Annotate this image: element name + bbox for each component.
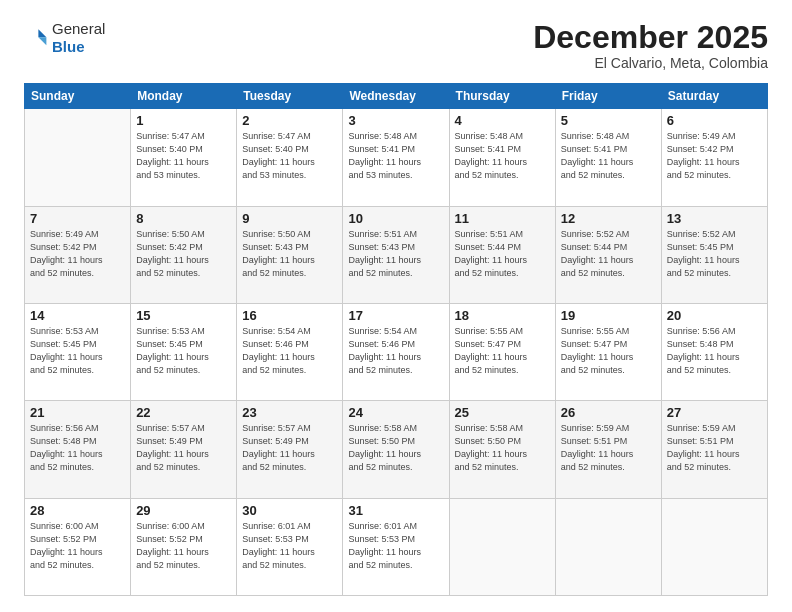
- day-info: Sunrise: 5:51 AMSunset: 5:44 PMDaylight:…: [455, 228, 550, 280]
- weekday-header-row: SundayMondayTuesdayWednesdayThursdayFrid…: [25, 84, 768, 109]
- calendar-cell: 14Sunrise: 5:53 AMSunset: 5:45 PMDayligh…: [25, 303, 131, 400]
- weekday-header-sunday: Sunday: [25, 84, 131, 109]
- calendar-cell: 5Sunrise: 5:48 AMSunset: 5:41 PMDaylight…: [555, 109, 661, 206]
- day-info: Sunrise: 5:54 AMSunset: 5:46 PMDaylight:…: [242, 325, 337, 377]
- calendar-cell: 31Sunrise: 6:01 AMSunset: 5:53 PMDayligh…: [343, 498, 449, 595]
- calendar-cell: 24Sunrise: 5:58 AMSunset: 5:50 PMDayligh…: [343, 401, 449, 498]
- day-info: Sunrise: 5:59 AMSunset: 5:51 PMDaylight:…: [667, 422, 762, 474]
- calendar-cell: 21Sunrise: 5:56 AMSunset: 5:48 PMDayligh…: [25, 401, 131, 498]
- day-info: Sunrise: 5:57 AMSunset: 5:49 PMDaylight:…: [136, 422, 231, 474]
- calendar-cell: 22Sunrise: 5:57 AMSunset: 5:49 PMDayligh…: [131, 401, 237, 498]
- day-number: 4: [455, 113, 550, 128]
- day-info: Sunrise: 5:59 AMSunset: 5:51 PMDaylight:…: [561, 422, 656, 474]
- day-number: 7: [30, 211, 125, 226]
- calendar-cell: 4Sunrise: 5:48 AMSunset: 5:41 PMDaylight…: [449, 109, 555, 206]
- calendar-cell: 15Sunrise: 5:53 AMSunset: 5:45 PMDayligh…: [131, 303, 237, 400]
- day-number: 28: [30, 503, 125, 518]
- calendar-cell: 6Sunrise: 5:49 AMSunset: 5:42 PMDaylight…: [661, 109, 767, 206]
- day-info: Sunrise: 5:52 AMSunset: 5:45 PMDaylight:…: [667, 228, 762, 280]
- calendar-cell: 18Sunrise: 5:55 AMSunset: 5:47 PMDayligh…: [449, 303, 555, 400]
- calendar-cell: 28Sunrise: 6:00 AMSunset: 5:52 PMDayligh…: [25, 498, 131, 595]
- calendar-cell: 1Sunrise: 5:47 AMSunset: 5:40 PMDaylight…: [131, 109, 237, 206]
- day-info: Sunrise: 5:48 AMSunset: 5:41 PMDaylight:…: [348, 130, 443, 182]
- day-info: Sunrise: 6:01 AMSunset: 5:53 PMDaylight:…: [242, 520, 337, 572]
- calendar-cell: 25Sunrise: 5:58 AMSunset: 5:50 PMDayligh…: [449, 401, 555, 498]
- day-info: Sunrise: 5:58 AMSunset: 5:50 PMDaylight:…: [348, 422, 443, 474]
- day-number: 5: [561, 113, 656, 128]
- day-info: Sunrise: 6:00 AMSunset: 5:52 PMDaylight:…: [30, 520, 125, 572]
- calendar-cell: 12Sunrise: 5:52 AMSunset: 5:44 PMDayligh…: [555, 206, 661, 303]
- day-info: Sunrise: 5:52 AMSunset: 5:44 PMDaylight:…: [561, 228, 656, 280]
- weekday-header-tuesday: Tuesday: [237, 84, 343, 109]
- calendar-week-row: 28Sunrise: 6:00 AMSunset: 5:52 PMDayligh…: [25, 498, 768, 595]
- day-info: Sunrise: 6:00 AMSunset: 5:52 PMDaylight:…: [136, 520, 231, 572]
- day-number: 19: [561, 308, 656, 323]
- day-info: Sunrise: 5:48 AMSunset: 5:41 PMDaylight:…: [561, 130, 656, 182]
- day-number: 1: [136, 113, 231, 128]
- svg-marker-1: [38, 37, 46, 45]
- day-info: Sunrise: 5:53 AMSunset: 5:45 PMDaylight:…: [30, 325, 125, 377]
- calendar-cell: 3Sunrise: 5:48 AMSunset: 5:41 PMDaylight…: [343, 109, 449, 206]
- calendar-cell: 7Sunrise: 5:49 AMSunset: 5:42 PMDaylight…: [25, 206, 131, 303]
- logo: General Blue: [24, 20, 105, 56]
- day-number: 31: [348, 503, 443, 518]
- day-info: Sunrise: 5:57 AMSunset: 5:49 PMDaylight:…: [242, 422, 337, 474]
- day-info: Sunrise: 5:48 AMSunset: 5:41 PMDaylight:…: [455, 130, 550, 182]
- logo-general: General: [52, 20, 105, 38]
- calendar-cell: 19Sunrise: 5:55 AMSunset: 5:47 PMDayligh…: [555, 303, 661, 400]
- day-info: Sunrise: 5:54 AMSunset: 5:46 PMDaylight:…: [348, 325, 443, 377]
- calendar-cell: [25, 109, 131, 206]
- page: General Blue December 2025 El Calvario, …: [0, 0, 792, 612]
- calendar-cell: 27Sunrise: 5:59 AMSunset: 5:51 PMDayligh…: [661, 401, 767, 498]
- title-block: December 2025 El Calvario, Meta, Colombi…: [533, 20, 768, 71]
- day-number: 11: [455, 211, 550, 226]
- logo-text: General Blue: [52, 20, 105, 56]
- calendar-week-row: 1Sunrise: 5:47 AMSunset: 5:40 PMDaylight…: [25, 109, 768, 206]
- calendar-cell: 11Sunrise: 5:51 AMSunset: 5:44 PMDayligh…: [449, 206, 555, 303]
- day-number: 6: [667, 113, 762, 128]
- day-info: Sunrise: 5:50 AMSunset: 5:43 PMDaylight:…: [242, 228, 337, 280]
- day-number: 23: [242, 405, 337, 420]
- calendar-cell: 20Sunrise: 5:56 AMSunset: 5:48 PMDayligh…: [661, 303, 767, 400]
- day-info: Sunrise: 5:50 AMSunset: 5:42 PMDaylight:…: [136, 228, 231, 280]
- day-info: Sunrise: 5:49 AMSunset: 5:42 PMDaylight:…: [667, 130, 762, 182]
- calendar-cell: 30Sunrise: 6:01 AMSunset: 5:53 PMDayligh…: [237, 498, 343, 595]
- calendar-cell: 13Sunrise: 5:52 AMSunset: 5:45 PMDayligh…: [661, 206, 767, 303]
- weekday-header-wednesday: Wednesday: [343, 84, 449, 109]
- calendar-cell: 8Sunrise: 5:50 AMSunset: 5:42 PMDaylight…: [131, 206, 237, 303]
- day-number: 12: [561, 211, 656, 226]
- calendar-cell: 29Sunrise: 6:00 AMSunset: 5:52 PMDayligh…: [131, 498, 237, 595]
- day-info: Sunrise: 5:47 AMSunset: 5:40 PMDaylight:…: [242, 130, 337, 182]
- day-number: 18: [455, 308, 550, 323]
- day-number: 9: [242, 211, 337, 226]
- day-info: Sunrise: 5:56 AMSunset: 5:48 PMDaylight:…: [667, 325, 762, 377]
- day-number: 30: [242, 503, 337, 518]
- calendar-cell: [449, 498, 555, 595]
- weekday-header-monday: Monday: [131, 84, 237, 109]
- day-number: 22: [136, 405, 231, 420]
- day-info: Sunrise: 5:51 AMSunset: 5:43 PMDaylight:…: [348, 228, 443, 280]
- day-number: 15: [136, 308, 231, 323]
- calendar-cell: 2Sunrise: 5:47 AMSunset: 5:40 PMDaylight…: [237, 109, 343, 206]
- calendar-cell: [661, 498, 767, 595]
- logo-blue: Blue: [52, 38, 105, 56]
- day-info: Sunrise: 5:47 AMSunset: 5:40 PMDaylight:…: [136, 130, 231, 182]
- weekday-header-saturday: Saturday: [661, 84, 767, 109]
- day-number: 8: [136, 211, 231, 226]
- calendar-week-row: 7Sunrise: 5:49 AMSunset: 5:42 PMDaylight…: [25, 206, 768, 303]
- day-number: 20: [667, 308, 762, 323]
- day-info: Sunrise: 5:58 AMSunset: 5:50 PMDaylight:…: [455, 422, 550, 474]
- day-info: Sunrise: 6:01 AMSunset: 5:53 PMDaylight:…: [348, 520, 443, 572]
- day-number: 21: [30, 405, 125, 420]
- day-number: 24: [348, 405, 443, 420]
- day-number: 29: [136, 503, 231, 518]
- location-subtitle: El Calvario, Meta, Colombia: [533, 55, 768, 71]
- calendar-cell: 9Sunrise: 5:50 AMSunset: 5:43 PMDaylight…: [237, 206, 343, 303]
- calendar-cell: 10Sunrise: 5:51 AMSunset: 5:43 PMDayligh…: [343, 206, 449, 303]
- svg-marker-0: [38, 29, 46, 37]
- header: General Blue December 2025 El Calvario, …: [24, 20, 768, 71]
- weekday-header-thursday: Thursday: [449, 84, 555, 109]
- calendar-cell: 26Sunrise: 5:59 AMSunset: 5:51 PMDayligh…: [555, 401, 661, 498]
- weekday-header-friday: Friday: [555, 84, 661, 109]
- day-number: 16: [242, 308, 337, 323]
